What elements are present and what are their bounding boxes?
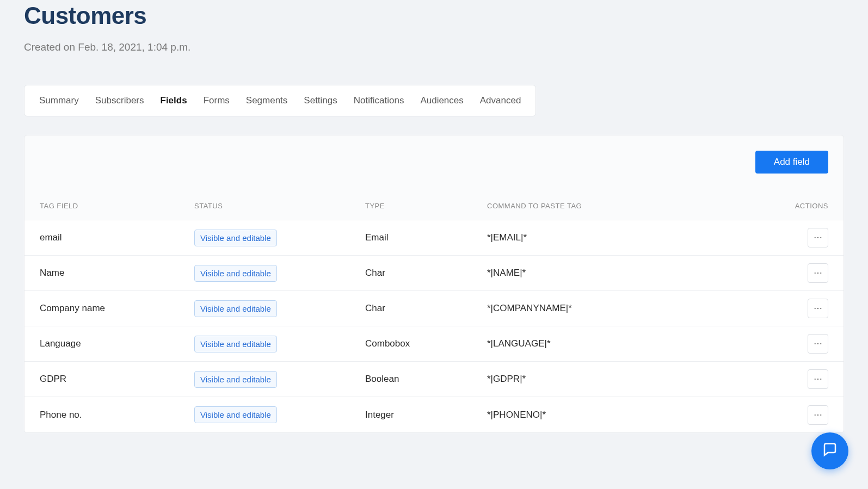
col-header-tag: TAG FIELD bbox=[40, 202, 194, 210]
cell-status: Visible and editable bbox=[194, 371, 365, 388]
tab-audiences[interactable]: Audiences bbox=[412, 85, 471, 116]
cell-type: Boolean bbox=[365, 374, 487, 385]
table-row: Company nameVisible and editableChar*|CO… bbox=[24, 291, 844, 326]
cell-status: Visible and editable bbox=[194, 265, 365, 282]
cell-tag: Language bbox=[40, 338, 194, 349]
more-horizontal-icon: ⋯ bbox=[814, 269, 823, 277]
tabs-container: SummarySubscribersFieldsFormsSegmentsSet… bbox=[24, 85, 536, 116]
row-actions-button[interactable]: ⋯ bbox=[808, 263, 828, 283]
more-horizontal-icon: ⋯ bbox=[814, 233, 823, 242]
cell-actions: ⋯ bbox=[779, 405, 828, 425]
col-header-type: TYPE bbox=[365, 202, 487, 210]
tab-advanced[interactable]: Advanced bbox=[472, 85, 530, 116]
col-header-status: STATUS bbox=[194, 202, 365, 210]
cell-actions: ⋯ bbox=[779, 228, 828, 247]
tab-forms[interactable]: Forms bbox=[195, 85, 238, 116]
cell-actions: ⋯ bbox=[779, 334, 828, 354]
table-row: emailVisible and editableEmail*|EMAIL|*⋯ bbox=[24, 220, 844, 256]
tab-notifications[interactable]: Notifications bbox=[346, 85, 413, 116]
cell-tag: Name bbox=[40, 268, 194, 278]
table-row: Phone no.Visible and editableInteger*|PH… bbox=[24, 397, 844, 432]
table-row: NameVisible and editableChar*|NAME|*⋯ bbox=[24, 256, 844, 291]
row-actions-button[interactable]: ⋯ bbox=[808, 299, 828, 318]
more-horizontal-icon: ⋯ bbox=[814, 375, 823, 383]
page-title: Customers bbox=[24, 2, 844, 29]
cell-type: Char bbox=[365, 268, 487, 278]
status-badge: Visible and editable bbox=[194, 230, 277, 246]
tab-subscribers[interactable]: Subscribers bbox=[87, 85, 152, 116]
cell-command: *|LANGUAGE|* bbox=[487, 338, 779, 349]
tab-summary[interactable]: Summary bbox=[31, 85, 87, 116]
cell-type: Email bbox=[365, 232, 487, 243]
cell-status: Visible and editable bbox=[194, 230, 365, 246]
cell-tag: Phone no. bbox=[40, 410, 194, 420]
fields-table: TAG FIELD STATUS TYPE COMMAND TO PASTE T… bbox=[24, 192, 844, 432]
table-header: TAG FIELD STATUS TYPE COMMAND TO PASTE T… bbox=[24, 192, 844, 220]
card-toolbar: Add field bbox=[24, 135, 844, 174]
cell-tag: email bbox=[40, 232, 194, 243]
cell-actions: ⋯ bbox=[779, 299, 828, 318]
col-header-actions: ACTIONS bbox=[779, 202, 828, 210]
table-row: GDPRVisible and editableBoolean*|GDPR|*⋯ bbox=[24, 362, 844, 397]
cell-type: Char bbox=[365, 303, 487, 314]
status-badge: Visible and editable bbox=[194, 406, 277, 423]
cell-actions: ⋯ bbox=[779, 263, 828, 283]
cell-status: Visible and editable bbox=[194, 406, 365, 423]
cell-command: *|NAME|* bbox=[487, 268, 779, 278]
status-badge: Visible and editable bbox=[194, 336, 277, 352]
tab-segments[interactable]: Segments bbox=[238, 85, 296, 116]
fields-card: Add field TAG FIELD STATUS TYPE COMMAND … bbox=[24, 135, 844, 433]
table-row: LanguageVisible and editableCombobox*|LA… bbox=[24, 326, 844, 362]
add-field-button[interactable]: Add field bbox=[755, 151, 828, 174]
cell-command: *|GDPR|* bbox=[487, 374, 779, 385]
status-badge: Visible and editable bbox=[194, 371, 277, 388]
cell-command: *|COMPANYNAME|* bbox=[487, 303, 779, 314]
cell-type: Combobox bbox=[365, 338, 487, 349]
table-body: emailVisible and editableEmail*|EMAIL|*⋯… bbox=[24, 220, 844, 432]
tab-fields[interactable]: Fields bbox=[152, 85, 195, 116]
row-actions-button[interactable]: ⋯ bbox=[808, 334, 828, 354]
row-actions-button[interactable]: ⋯ bbox=[808, 405, 828, 425]
help-fab[interactable] bbox=[811, 432, 848, 469]
tab-settings[interactable]: Settings bbox=[296, 85, 345, 116]
col-header-command: COMMAND TO PASTE TAG bbox=[487, 202, 779, 210]
cell-status: Visible and editable bbox=[194, 300, 365, 317]
page-subtitle: Created on Feb. 18, 2021, 1:04 p.m. bbox=[24, 41, 844, 53]
more-horizontal-icon: ⋯ bbox=[814, 304, 823, 313]
status-badge: Visible and editable bbox=[194, 300, 277, 317]
cell-command: *|PHONENO|* bbox=[487, 410, 779, 420]
row-actions-button[interactable]: ⋯ bbox=[808, 228, 828, 247]
status-badge: Visible and editable bbox=[194, 265, 277, 282]
cell-tag: Company name bbox=[40, 303, 194, 314]
more-horizontal-icon: ⋯ bbox=[814, 339, 823, 348]
cell-status: Visible and editable bbox=[194, 336, 365, 352]
cell-type: Integer bbox=[365, 410, 487, 420]
cell-actions: ⋯ bbox=[779, 369, 828, 389]
row-actions-button[interactable]: ⋯ bbox=[808, 369, 828, 389]
chat-icon bbox=[822, 442, 838, 460]
cell-tag: GDPR bbox=[40, 374, 194, 385]
cell-command: *|EMAIL|* bbox=[487, 232, 779, 243]
more-horizontal-icon: ⋯ bbox=[814, 411, 823, 419]
